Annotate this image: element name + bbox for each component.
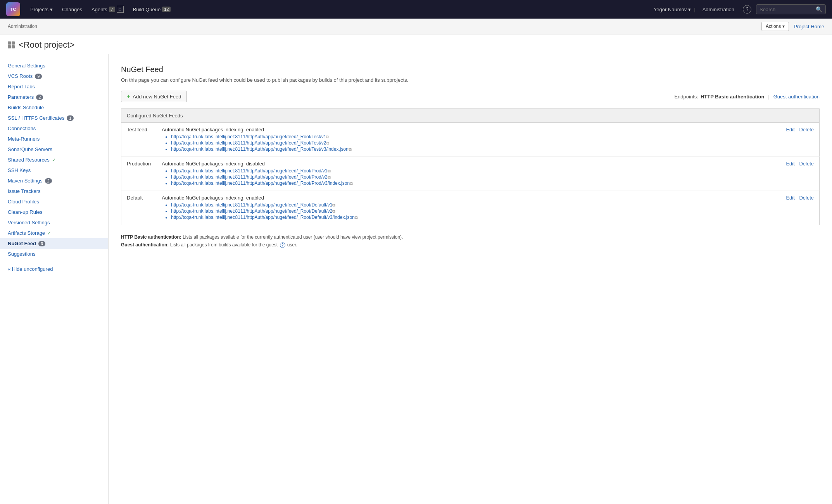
feed-delete-link[interactable]: Delete (799, 195, 814, 201)
add-btn-label: Add new NuGet Feed (133, 94, 181, 100)
maven-badge: 2 (45, 178, 52, 184)
sidebar-item-artifacts-storage[interactable]: Artifacts Storage ✓ (0, 228, 108, 238)
feed-actions-separator (796, 161, 798, 167)
feed-url-link[interactable]: http://tcqa-trunk.labs.intellij.net:8111… (171, 202, 332, 208)
feed-actions-cell: Edit Delete (780, 123, 819, 157)
feed-url-link[interactable]: http://tcqa-trunk.labs.intellij.net:8111… (171, 140, 326, 146)
feed-edit-link[interactable]: Edit (786, 195, 794, 201)
feed-edit-link[interactable]: Edit (786, 161, 794, 167)
feed-edit-link[interactable]: Edit (786, 127, 794, 132)
breadcrumb-actions: Actions ▾ Project Home (761, 22, 824, 31)
sidebar-item-ssl-https[interactable]: SSL / HTTPS Certificates 1 (0, 113, 108, 123)
top-nav: TC Projects ▾ Changes Agents 7 □ Build Q… (0, 0, 832, 19)
sidebar-item-label: General Settings (8, 63, 45, 69)
footnote-guest: Guest authentication: Lists all packages… (121, 242, 820, 248)
feed-url-link[interactable]: http://tcqa-trunk.labs.intellij.net:8111… (171, 174, 328, 180)
add-nuget-feed-button[interactable]: + Add new NuGet Feed (121, 91, 187, 102)
nav-item-agents[interactable]: Agents 7 □ (88, 3, 128, 15)
help-circle-icon: ? (280, 243, 285, 248)
search-box[interactable]: 🔍 (756, 4, 826, 14)
feed-delete-link[interactable]: Delete (799, 127, 814, 132)
sidebar-item-label: Cloud Profiles (8, 199, 39, 205)
content-description: On this page you can configure NuGet fee… (121, 77, 820, 83)
sidebar-item-suggestions[interactable]: Suggestions (0, 249, 108, 259)
sidebar-item-maven-settings[interactable]: Maven Settings 2 (0, 175, 108, 186)
logo[interactable]: TC (6, 2, 20, 16)
copy-icon[interactable]: ⧉ (332, 209, 335, 213)
http-basic-auth-link[interactable]: HTTP Basic authentication (701, 94, 764, 100)
footnote-guest-label: Guest authentication: (121, 242, 169, 248)
guest-auth-link[interactable]: Guest authentication (773, 94, 820, 100)
sidebar-item-label: Artifacts Storage (8, 230, 45, 236)
sidebar-item-label: Issue Trackers (8, 188, 41, 194)
sidebar-item-label: Maven Settings (8, 178, 43, 184)
feed-url-link[interactable]: http://tcqa-trunk.labs.intellij.net:8111… (171, 146, 349, 152)
shared-resources-check: ✓ (52, 157, 56, 163)
copy-icon[interactable]: ⧉ (326, 134, 329, 139)
content-title: NuGet Feed (121, 65, 820, 74)
sidebar-item-label: NuGet Feed (8, 241, 36, 246)
copy-icon[interactable]: ⧉ (349, 147, 352, 151)
feed-url: http://tcqa-trunk.labs.intellij.net:8111… (171, 202, 775, 208)
sidebar-item-versioned-settings[interactable]: Versioned Settings (0, 217, 108, 228)
sidebar-item-builds-schedule[interactable]: Builds Schedule (0, 102, 108, 113)
build-queue-badge: 12 (162, 7, 171, 12)
actions-button-label: Actions (766, 24, 781, 29)
sidebar: General Settings VCS Roots 9 Report Tabs… (0, 54, 109, 504)
footnote-http-label: HTTP Basic authentication: (121, 234, 181, 240)
feed-info-cell: Automatic NuGet packages indexing: enabl… (156, 191, 780, 225)
sidebar-item-cloud-profiles[interactable]: Cloud Profiles (0, 196, 108, 207)
sidebar-item-nuget-feed[interactable]: NuGet Feed 3 (0, 238, 108, 249)
hide-unconfigured-link[interactable]: « Hide unconfigured (0, 262, 108, 276)
sidebar-item-issue-trackers[interactable]: Issue Trackers (0, 186, 108, 196)
search-input[interactable] (760, 7, 813, 12)
feed-url-link[interactable]: http://tcqa-trunk.labs.intellij.net:8111… (171, 134, 326, 139)
copy-icon[interactable]: ⧉ (328, 175, 331, 179)
help-icon[interactable]: ? (743, 5, 751, 14)
sidebar-item-report-tabs[interactable]: Report Tabs (0, 81, 108, 92)
sidebar-item-clean-up-rules[interactable]: Clean-up Rules (0, 207, 108, 217)
feed-url-link[interactable]: http://tcqa-trunk.labs.intellij.net:8111… (171, 215, 355, 220)
nav-user[interactable]: Yegor Naumov ▾ (654, 7, 691, 12)
feed-actions-cell: Edit Delete (780, 191, 819, 225)
page-title-bar: <Root project> (0, 34, 832, 54)
nav-item-changes[interactable]: Changes (58, 4, 86, 15)
copy-icon[interactable]: ⧉ (328, 169, 331, 173)
copy-icon[interactable]: ⧉ (355, 215, 358, 220)
nav-admin-link[interactable]: Administration (699, 4, 738, 15)
feed-actions-cell: Edit Delete (780, 157, 819, 191)
sidebar-item-label: SSL / HTTPS Certificates (8, 115, 64, 121)
sidebar-item-connections[interactable]: Connections (0, 123, 108, 134)
breadcrumb: Administration (8, 24, 37, 29)
sidebar-item-parameters[interactable]: Parameters 2 (0, 92, 108, 102)
feed-url-link[interactable]: http://tcqa-trunk.labs.intellij.net:8111… (171, 168, 328, 174)
sidebar-item-ssh-keys[interactable]: SSH Keys (0, 165, 108, 175)
sidebar-item-shared-resources[interactable]: Shared Resources ✓ (0, 155, 108, 165)
nav-item-projects[interactable]: Projects ▾ (26, 4, 57, 15)
parameters-badge: 2 (36, 95, 43, 100)
feed-url-link[interactable]: http://tcqa-trunk.labs.intellij.net:8111… (171, 181, 350, 186)
copy-icon[interactable]: ⧉ (332, 203, 335, 207)
main-content: NuGet Feed On this page you can configur… (109, 54, 832, 504)
vcs-roots-badge: 9 (35, 74, 42, 79)
nav-item-build-queue[interactable]: Build Queue 12 (129, 4, 175, 15)
copy-icon[interactable]: ⧉ (326, 141, 329, 145)
feed-info-cell: Automatic NuGet packages indexing: disab… (156, 157, 780, 191)
endpoints-separator: | (768, 94, 769, 100)
table-row: ProductionAutomatic NuGet packages index… (121, 157, 820, 191)
sidebar-item-vcs-roots[interactable]: VCS Roots 9 (0, 71, 108, 81)
sidebar-item-label: Parameters (8, 94, 34, 100)
sidebar-item-general-settings[interactable]: General Settings (0, 60, 108, 71)
sidebar-item-sonarqube-servers[interactable]: SonarQube Servers (0, 144, 108, 155)
sidebar-item-meta-runners[interactable]: Meta-Runners (0, 134, 108, 144)
feed-delete-link[interactable]: Delete (799, 161, 814, 167)
copy-icon[interactable]: ⧉ (350, 181, 353, 186)
feed-url: http://tcqa-trunk.labs.intellij.net:8111… (171, 174, 775, 180)
feed-url: http://tcqa-trunk.labs.intellij.net:8111… (171, 146, 775, 152)
feed-name-cell: Test feed (121, 123, 157, 157)
project-home-link[interactable]: Project Home (794, 24, 824, 29)
endpoints-row: + Add new NuGet Feed Endpoints: HTTP Bas… (121, 91, 820, 102)
actions-button[interactable]: Actions ▾ (761, 22, 789, 31)
feed-url-link[interactable]: http://tcqa-trunk.labs.intellij.net:8111… (171, 208, 332, 214)
sidebar-item-label: Builds Schedule (8, 105, 44, 110)
